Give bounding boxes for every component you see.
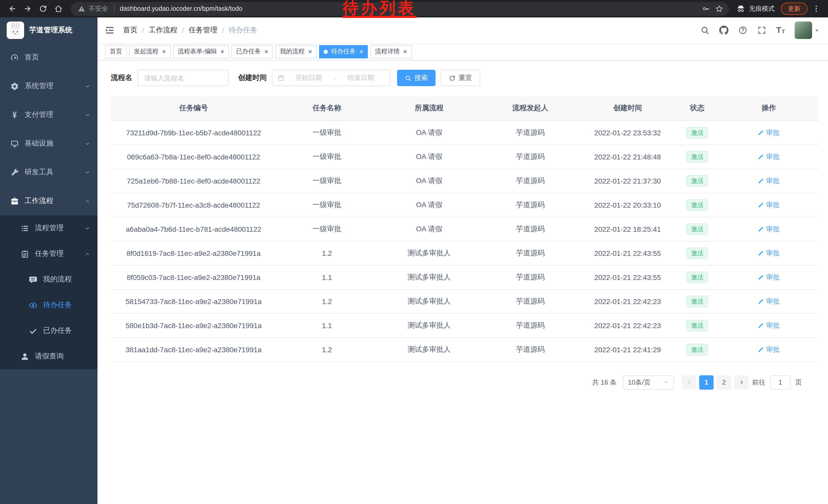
sidebar-item-done-task[interactable]: 已办任务: [0, 318, 97, 343]
fullscreen-button[interactable]: [757, 26, 767, 35]
address-bar[interactable]: 不安全 dashboard.yudao.iocoder.cn/bpm/task/…: [71, 2, 729, 16]
approve-button[interactable]: 审批: [758, 248, 780, 258]
sidebar-item-label: 任务管理: [35, 249, 85, 259]
page-button-1[interactable]: 1: [699, 375, 714, 390]
breadcrumb-item[interactable]: 任务管理: [189, 26, 217, 35]
browser-update-button[interactable]: 更新: [781, 3, 808, 15]
breadcrumb-item[interactable]: 首页: [123, 26, 137, 35]
sidebar: 芋道管理系统 首页系统管理支付管理基础设施研发工具工作流程流程管理任务管理我的流…: [0, 17, 97, 504]
browser-home-button[interactable]: [51, 2, 66, 16]
active-tab-dot: [324, 49, 328, 54]
goto-label: 前往: [752, 378, 765, 387]
tab-label: 已办任务: [236, 47, 261, 56]
task-id: 73211d9d-7b9b-11ec-b5b7-acde48001122: [126, 129, 261, 137]
caret-down-icon: [814, 28, 820, 33]
page-button-2[interactable]: 2: [717, 375, 731, 390]
tab-close-icon[interactable]: ×: [308, 48, 312, 55]
breadcrumb-separator: /: [142, 26, 144, 34]
sidebar-item-payment[interactable]: 支付管理: [0, 100, 97, 129]
create-time: 2022-01-21 22:41:29: [594, 345, 661, 354]
sidebar-item-label: 支付管理: [25, 110, 85, 120]
reset-button[interactable]: 重置: [441, 70, 480, 86]
column-header: 状态: [675, 96, 719, 121]
approve-button[interactable]: 审批: [758, 224, 780, 234]
task-name: 1.1: [322, 273, 332, 281]
next-page-button[interactable]: [734, 375, 748, 390]
tab-done-task[interactable]: 已办任务×: [232, 45, 273, 58]
sidebar-item-devtools[interactable]: 研发工具: [0, 158, 97, 187]
tab-close-icon[interactable]: ×: [162, 48, 166, 55]
approve-label: 审批: [766, 152, 780, 161]
divider: [114, 5, 114, 12]
sidebar-item-todo-task[interactable]: 待办任务: [0, 292, 97, 318]
fullscreen-icon: [757, 26, 767, 35]
update-label: 更新: [788, 4, 800, 13]
github-button[interactable]: [719, 26, 729, 35]
breadcrumb-item[interactable]: 工作流程: [149, 26, 177, 35]
browser-reload-button[interactable]: [36, 2, 50, 16]
sidebar-item-home[interactable]: 首页: [0, 43, 97, 72]
task-id: 381aa1dd-7ac8-11ec-a9e2-a2380e71991a: [125, 345, 261, 354]
approve-button[interactable]: 审批: [758, 321, 780, 330]
initiator: 芋道源码: [516, 248, 545, 257]
tab-form-edit[interactable]: 流程表单-编辑×: [173, 45, 229, 58]
font-size-button[interactable]: TT: [776, 26, 785, 34]
tab-close-icon[interactable]: ×: [264, 48, 268, 55]
search-icon: [700, 26, 709, 35]
sidebar-item-task-mgmt[interactable]: 任务管理: [0, 241, 97, 267]
page-size-select[interactable]: 10条/页: [623, 375, 674, 390]
tab-start-process[interactable]: 发起流程×: [129, 45, 171, 58]
status-badge: 激活: [687, 344, 708, 355]
bookmark-star-button[interactable]: [713, 2, 726, 15]
date-range-picker[interactable]: 开始日期 - 结束日期: [272, 70, 390, 86]
sidebar-item-system[interactable]: 系统管理: [0, 72, 97, 100]
password-key-button[interactable]: [699, 2, 713, 15]
edit-icon: [758, 226, 764, 232]
approve-label: 审批: [766, 345, 780, 354]
approve-button[interactable]: 审批: [758, 128, 780, 137]
process-name-label: 流程名: [111, 73, 132, 83]
header-search-button[interactable]: [700, 26, 709, 35]
sidebar-item-workflow[interactable]: 工作流程: [0, 187, 97, 215]
approve-button[interactable]: 审批: [758, 296, 780, 306]
sidebar-item-label: 工作流程: [25, 196, 85, 205]
table-row: 58154733-7ac8-11ec-a9e2-a2380e71991a1.2测…: [111, 289, 818, 313]
column-header: 任务名称: [276, 96, 377, 121]
sidebar-item-leave-query[interactable]: 请假查询: [0, 343, 97, 369]
sidebar-item-my-process[interactable]: 我的流程: [0, 267, 97, 292]
star-icon: [715, 5, 723, 13]
tab-close-icon[interactable]: ×: [220, 48, 224, 55]
end-date-placeholder: 结束日期: [337, 73, 385, 83]
table-row: 8f059c03-7ac8-11ec-a9e2-a2380e71991a1.1测…: [111, 265, 818, 289]
page-size-value: 10条/页: [628, 378, 651, 387]
goto-page-input[interactable]: [770, 375, 791, 390]
docs-help-button[interactable]: [738, 26, 747, 35]
tab-my-process[interactable]: 我的流程×: [276, 45, 317, 58]
tab-close-icon[interactable]: ×: [403, 48, 407, 55]
prev-page-button[interactable]: [682, 375, 696, 390]
user-menu[interactable]: [795, 21, 820, 39]
github-icon: [719, 26, 729, 35]
tab-process-detail[interactable]: 流程详情×: [370, 45, 412, 58]
browser-menu-button[interactable]: [810, 2, 823, 15]
approve-button[interactable]: 审批: [758, 273, 780, 282]
tab-home[interactable]: 首页: [105, 45, 127, 58]
search-button[interactable]: 搜索: [397, 70, 436, 86]
browser-forward-button[interactable]: [20, 2, 35, 16]
tab-close-icon[interactable]: ×: [359, 48, 363, 55]
process-name-input[interactable]: [137, 70, 229, 86]
sidebar-item-process-mgmt[interactable]: 流程管理: [0, 215, 97, 241]
task-id: 58154733-7ac8-11ec-a9e2-a2380e71991a: [125, 297, 261, 305]
sidebar-item-infrastructure[interactable]: 基础设施: [0, 129, 97, 158]
approve-button[interactable]: 审批: [758, 152, 780, 161]
approve-button[interactable]: 审批: [758, 345, 780, 354]
sidebar-collapse-button[interactable]: [105, 25, 115, 35]
browser-back-button[interactable]: [5, 2, 19, 16]
approve-button[interactable]: 审批: [758, 200, 780, 210]
tab-todo-task[interactable]: 待办任务×: [319, 45, 368, 58]
table-row: 73211d9d-7b9b-11ec-b5b7-acde48001122一级审批…: [111, 121, 818, 145]
approve-button[interactable]: 审批: [758, 176, 780, 185]
create-time-label: 创建时间: [238, 73, 267, 83]
edit-icon: [758, 346, 764, 353]
logo[interactable]: 芋道管理系统: [0, 17, 97, 43]
